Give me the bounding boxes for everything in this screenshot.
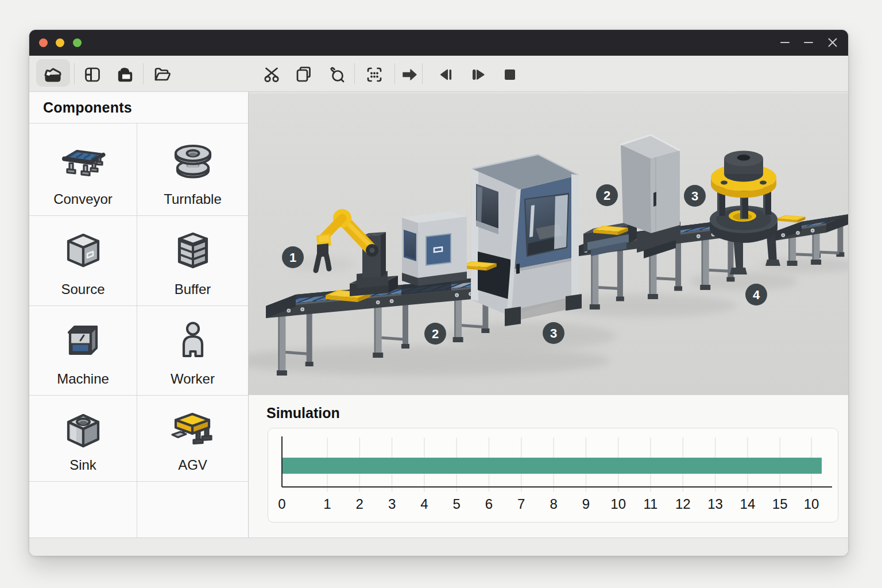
svg-text:14: 14 <box>740 496 756 512</box>
svg-text:6: 6 <box>485 496 493 512</box>
svg-text:8: 8 <box>550 496 557 512</box>
svg-text:11: 11 <box>644 496 658 512</box>
svg-text:13: 13 <box>707 496 723 512</box>
svg-text:0: 0 <box>278 496 285 512</box>
svg-text:3: 3 <box>691 189 698 203</box>
svg-text:3: 3 <box>388 496 396 512</box>
svg-text:1: 1 <box>323 496 331 512</box>
svg-text:4: 4 <box>420 496 428 512</box>
svg-text:12: 12 <box>675 496 691 512</box>
svg-text:2: 2 <box>356 496 363 512</box>
svg-text:7: 7 <box>517 496 525 512</box>
svg-text:2: 2 <box>432 327 439 341</box>
svg-text:4: 4 <box>753 288 760 302</box>
svg-text:3: 3 <box>550 326 557 341</box>
svg-text:9: 9 <box>582 496 590 512</box>
svg-text:10: 10 <box>804 496 819 512</box>
svg-text:5: 5 <box>453 496 461 512</box>
svg-text:1: 1 <box>289 250 296 265</box>
svg-text:15: 15 <box>772 496 788 512</box>
svg-text:10: 10 <box>610 496 626 512</box>
svg-text:2: 2 <box>604 188 610 203</box>
